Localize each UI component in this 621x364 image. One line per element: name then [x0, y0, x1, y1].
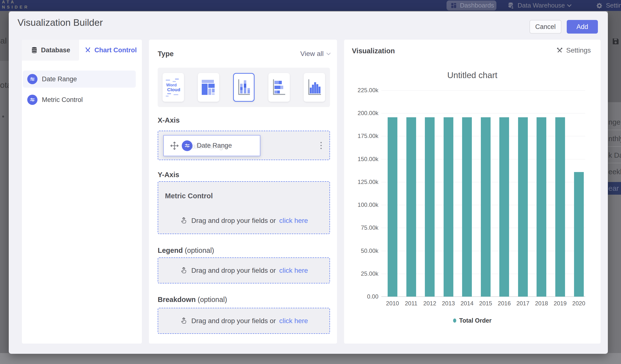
background-partial-text: al — [0, 36, 7, 46]
move-icon — [170, 141, 179, 151]
control-sliders-icon — [27, 95, 37, 105]
type-label: Type — [158, 50, 174, 58]
y-tick-label: 150.00k — [349, 156, 379, 163]
gear-icon — [596, 2, 603, 9]
bar-2016 — [499, 117, 509, 297]
visualization-panel: Visualization Settings Untitled chart 0.… — [344, 40, 601, 344]
add-button[interactable]: Add — [567, 20, 598, 34]
bar-2014 — [462, 117, 472, 297]
tab-label: Chart Control — [94, 47, 137, 54]
bar-2020 — [574, 172, 584, 297]
background-list-item: k Date — [608, 147, 621, 163]
click-here-link[interactable]: click here — [279, 217, 308, 225]
chart-title: Untitled chart — [344, 70, 601, 80]
nav-item-dashboards[interactable]: Dashboards — [447, 0, 496, 10]
x-tick-label: 2018 — [532, 300, 551, 307]
x-tick-label: 2011 — [402, 300, 420, 307]
breakdown-section-label: Breakdown(optional) — [158, 296, 227, 304]
background-left-edge: al ota — [0, 11, 9, 353]
y-zone-title: Metric Control — [165, 192, 213, 200]
background-list-item: nge — [608, 114, 621, 130]
hand-tap-icon — [180, 317, 188, 325]
gridline — [381, 113, 585, 113]
nav-item-data-warehouse[interactable]: Data Warehouse — [507, 0, 571, 11]
field-item-date-range[interactable]: Date Range — [23, 70, 136, 87]
logo-line-2: NSIDER — [2, 5, 29, 10]
legend-series-label: Total Order — [459, 317, 492, 324]
tab-chart-control[interactable]: Chart Control — [79, 40, 142, 61]
x-tick-label: 2014 — [458, 300, 476, 307]
y-axis-dropzone[interactable]: Metric Control Drag and drop your fields… — [158, 181, 330, 234]
y-tick-label: 0.00 — [349, 293, 379, 300]
bar-2017 — [518, 117, 528, 297]
x-tick-label: 2013 — [439, 300, 458, 307]
crossed-tools-icon — [556, 47, 563, 54]
cancel-button[interactable]: Cancel — [530, 20, 561, 34]
drop-hint-text: Drag and drop your fields or — [191, 317, 276, 325]
field-label: Date Range — [42, 75, 77, 83]
y-tick-label: 225.00k — [349, 87, 379, 94]
bar-2018 — [536, 117, 546, 297]
date-range-drag-chip[interactable]: Date Range Date Range — [163, 135, 260, 156]
chart-type-stacked-bar[interactable] — [268, 73, 290, 102]
bar-2011 — [406, 117, 416, 297]
logo-line-1: ATA — [2, 0, 29, 5]
word-cloud-word: Cloud — [167, 87, 180, 92]
x-axis-dropzone[interactable]: Date Range Date Range — [158, 131, 330, 160]
chart-type-stacked-column[interactable] — [233, 73, 255, 102]
app-logo: ATA NSIDER — [2, 0, 29, 10]
chart-type-strip: Word Cloud — [158, 68, 330, 107]
background-partial-text: ota — [0, 80, 9, 90]
kebab-menu-icon[interactable] — [319, 140, 323, 150]
hand-tap-icon — [180, 217, 188, 225]
field-item-metric-control[interactable]: Metric Control — [23, 91, 136, 108]
x-axis-label: X-Axis — [158, 116, 180, 124]
x-tick-label: 2012 — [420, 300, 439, 307]
click-here-link[interactable]: click here — [279, 317, 308, 325]
nav-item-settings[interactable]: Settin — [596, 0, 621, 11]
bar-2015 — [481, 117, 491, 297]
x-tick-label: 2017 — [514, 300, 532, 307]
database-user-icon — [507, 2, 515, 9]
fields-panel: Database Chart Control Date Range Metric… — [22, 40, 142, 344]
word-cloud-word: Word — [166, 83, 177, 87]
chart-type-histogram[interactable] — [304, 73, 325, 102]
legend-section-label: Legend(optional) — [158, 246, 214, 255]
hand-tap-icon — [180, 266, 188, 275]
chart-legend: Total Order — [344, 317, 601, 324]
legend-dropzone[interactable]: Drag and drop your fields or click here — [158, 258, 330, 283]
y-tick-label: 75.00k — [349, 224, 379, 231]
visualization-header: Visualization — [352, 47, 395, 55]
database-icon — [31, 47, 38, 54]
x-tick-label: 2010 — [383, 300, 402, 307]
settings-label: Settings — [566, 47, 591, 54]
visualization-builder-modal: Visualization Builder Cancel Add Databas… — [9, 11, 608, 354]
y-tick-label: 200.00k — [349, 110, 379, 117]
gridline — [381, 90, 585, 90]
x-tick-label: 2015 — [476, 300, 495, 307]
bar-2012 — [425, 117, 435, 297]
click-here-link[interactable]: click here — [279, 267, 308, 275]
chart-type-word-cloud[interactable]: Word Cloud — [163, 73, 184, 102]
plot-area — [381, 90, 585, 297]
legend-marker — [453, 318, 456, 323]
crossed-tools-icon — [84, 47, 91, 54]
breakdown-dropzone[interactable]: Drag and drop your fields or click here — [158, 308, 330, 334]
builder-panel: Type View all Word Cloud — [149, 40, 337, 344]
background-list-item: eekly — [608, 164, 621, 180]
y-axis-label: Y-Axis — [158, 171, 179, 179]
field-label: Metric Control — [42, 96, 83, 104]
view-all-dropdown[interactable]: View all — [300, 50, 330, 58]
drop-hint-text: Drag and drop your fields or — [191, 267, 276, 275]
top-navbar: ATA NSIDER Dashboards Data Warehouse Set… — [0, 0, 621, 11]
settings-button[interactable]: Settings — [556, 47, 591, 54]
chevron-down-icon — [567, 2, 571, 7]
y-tick-label: 100.00k — [349, 201, 379, 208]
x-tick-label: 2016 — [495, 300, 514, 307]
tab-database[interactable]: Database — [22, 40, 79, 61]
modal-title: Visualization Builder — [17, 17, 103, 28]
control-sliders-icon — [27, 74, 37, 84]
bar-2010 — [388, 117, 397, 297]
chart-type-treemap[interactable] — [198, 73, 219, 102]
nav-item-label: Dashboards — [460, 2, 494, 9]
